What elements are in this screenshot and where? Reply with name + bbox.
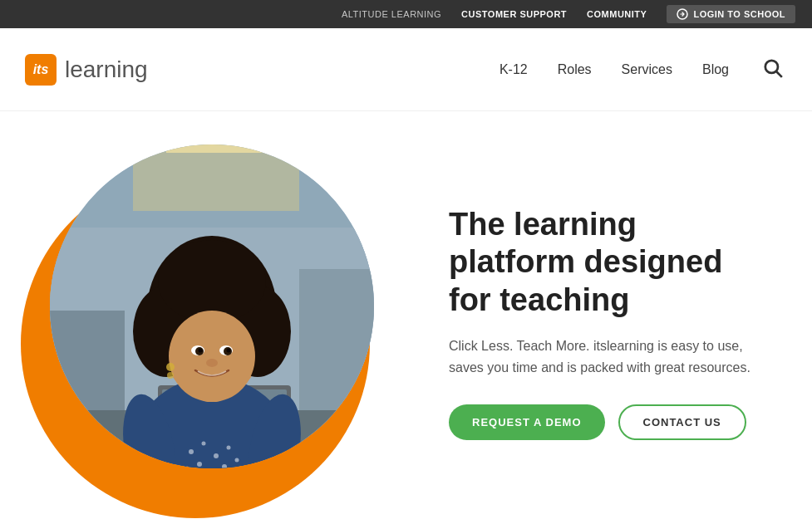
nav-roles[interactable]: Roles xyxy=(558,62,592,77)
search-button[interactable] xyxy=(759,54,787,85)
nav-services[interactable]: Services xyxy=(622,62,672,77)
svg-point-38 xyxy=(166,363,175,371)
svg-point-16 xyxy=(202,442,206,446)
svg-point-36 xyxy=(227,349,231,353)
logo-its-text: its xyxy=(33,62,49,77)
svg-rect-4 xyxy=(133,144,299,211)
nav-k12[interactable]: K-12 xyxy=(500,62,528,77)
request-demo-button[interactable]: REQUEST A DEMO xyxy=(449,404,605,440)
hero-title: The learning platform designed for teach… xyxy=(449,206,762,320)
main-nav: its learning K-12 Roles Services Blog xyxy=(0,28,812,111)
contact-us-button[interactable]: CONTACT US xyxy=(618,404,746,440)
svg-line-2 xyxy=(776,71,782,77)
hero-image-container xyxy=(33,136,399,510)
hero-image xyxy=(50,144,374,468)
svg-point-39 xyxy=(167,372,174,379)
svg-point-30 xyxy=(169,311,255,402)
top-bar: ALTITUDE LEARNING CUSTOMER SUPPORT COMMU… xyxy=(0,0,812,28)
hero-buttons: REQUEST A DEMO CONTACT US xyxy=(449,404,762,440)
customer-support-link[interactable]: CUSTOMER SUPPORT xyxy=(461,9,567,19)
logo-box: its xyxy=(25,54,57,86)
hero-description: Click Less. Teach More. itslearning is e… xyxy=(449,335,762,378)
nav-links: K-12 Roles Services Blog xyxy=(500,54,787,85)
svg-point-23 xyxy=(235,458,239,463)
svg-point-35 xyxy=(199,349,203,353)
login-icon xyxy=(677,8,688,20)
svg-point-15 xyxy=(189,449,194,454)
svg-point-17 xyxy=(214,453,219,458)
hero-content: The learning platform designed for teach… xyxy=(399,206,762,441)
hero-section: The learning platform designed for teach… xyxy=(0,111,812,519)
altitude-learning-link[interactable]: ALTITUDE LEARNING xyxy=(342,9,441,19)
login-button[interactable]: LOGIN TO SCHOOL xyxy=(667,5,795,23)
svg-point-20 xyxy=(197,462,202,467)
svg-point-1 xyxy=(765,61,778,73)
search-icon xyxy=(762,57,784,79)
logo[interactable]: its learning xyxy=(25,54,148,86)
hero-person-illustration xyxy=(50,144,374,468)
svg-point-18 xyxy=(227,446,231,450)
svg-rect-5 xyxy=(166,144,266,153)
nav-blog[interactable]: Blog xyxy=(702,62,729,77)
svg-point-37 xyxy=(206,359,218,367)
logo-learning-text: learning xyxy=(65,56,148,83)
community-link[interactable]: COMMUNITY xyxy=(587,9,647,19)
